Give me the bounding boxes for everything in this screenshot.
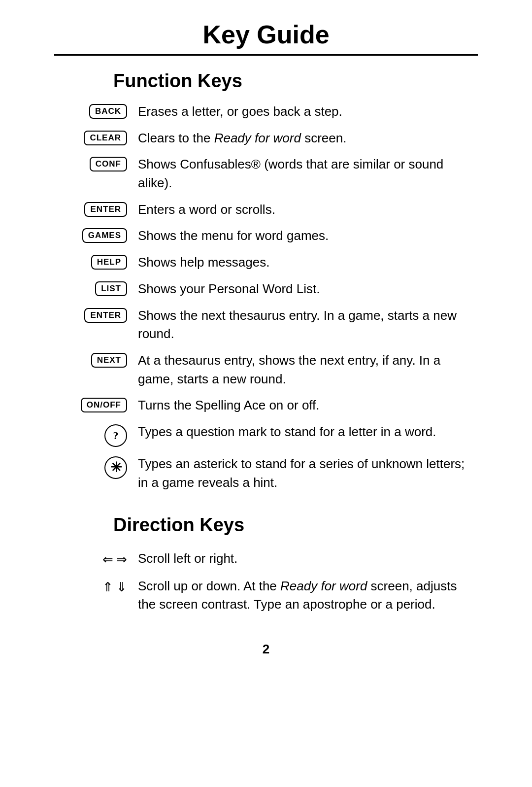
key-row-list: LIST Shows your Personal Word List. <box>54 280 478 299</box>
key-row-conf: CONF Shows Confusables® (words that are … <box>54 155 478 192</box>
key-desc-lr-arrows: Scroll left or right. <box>138 549 478 568</box>
key-desc-question: Types a question mark to stand for a let… <box>138 423 478 442</box>
key-desc-list: Shows your Personal Word List. <box>138 280 478 299</box>
key-badge-enter2: ENTER <box>84 308 127 323</box>
key-cell-enter1: ENTER <box>54 201 138 217</box>
key-row-ud-arrows: ⇑ ⇓ Scroll up or down. At the Ready for … <box>54 577 478 614</box>
key-cell-conf: CONF <box>54 155 138 171</box>
key-desc-enter1: Enters a word or scrolls. <box>138 201 478 219</box>
key-cell-onoff: ON/OFF <box>54 396 138 412</box>
key-cell-help: HELP <box>54 253 138 270</box>
key-desc-help: Shows help messages. <box>138 253 478 272</box>
up-down-arrows-icon: ⇑ ⇓ <box>102 579 127 596</box>
key-row-enter2: ENTER Shows the next thesaurus entry. In… <box>54 307 478 343</box>
function-keys-table: BACK Erases a letter, or goes back a ste… <box>54 103 478 500</box>
key-badge-onoff: ON/OFF <box>81 398 127 412</box>
key-cell-asterisk: ✳ <box>54 455 138 479</box>
key-badge-help: HELP <box>91 255 127 270</box>
left-arrow-icon: ⇐ <box>102 551 113 569</box>
key-cell-ud-arrows: ⇑ ⇓ <box>54 577 138 596</box>
key-badge-list: LIST <box>95 281 127 296</box>
title-divider <box>54 54 478 56</box>
key-cell-enter2: ENTER <box>54 307 138 323</box>
key-badge-enter1: ENTER <box>84 202 127 217</box>
key-badge-conf: CONF <box>90 157 127 171</box>
key-cell-lr-arrows: ⇐ ⇒ <box>54 549 138 569</box>
key-desc-clear: Clears to the Ready for word screen. <box>138 129 478 148</box>
key-badge-clear: CLEAR <box>84 131 127 145</box>
key-badge-back: BACK <box>89 104 127 119</box>
key-badge-next: NEXT <box>91 353 127 368</box>
page-title: Key Guide <box>202 20 329 49</box>
key-badge-games: GAMES <box>82 228 127 243</box>
key-row-next: NEXT At a thesaurus entry, shows the nex… <box>54 351 478 388</box>
direction-keys-table: ⇐ ⇒ Scroll left or right. ⇑ ⇓ Scroll up … <box>54 549 478 622</box>
key-row-onoff: ON/OFF Turns the Spelling Ace on or off. <box>54 396 478 415</box>
key-row-asterisk: ✳ Types an asterick to stand for a serie… <box>54 455 478 492</box>
key-cell-next: NEXT <box>54 351 138 368</box>
key-row-games: GAMES Shows the menu for word games. <box>54 227 478 245</box>
key-desc-ud-arrows: Scroll up or down. At the Ready for word… <box>138 577 478 614</box>
page-container: Key Guide Function Keys BACK Erases a le… <box>54 20 478 757</box>
down-arrow-icon: ⇓ <box>116 579 127 596</box>
key-cell-back: BACK <box>54 103 138 119</box>
section-title-function: Function Keys <box>113 70 242 92</box>
key-desc-games: Shows the menu for word games. <box>138 227 478 245</box>
up-arrow-icon: ⇑ <box>102 579 113 596</box>
key-desc-asterisk: Types an asterick to stand for a series … <box>138 455 478 492</box>
key-cell-list: LIST <box>54 280 138 296</box>
right-arrow-icon: ⇒ <box>116 551 127 569</box>
key-icon-question: ? <box>104 424 127 447</box>
page-number: 2 <box>263 642 269 657</box>
key-cell-clear: CLEAR <box>54 129 138 145</box>
key-row-clear: CLEAR Clears to the Ready for word scree… <box>54 129 478 148</box>
key-row-question: ? Types a question mark to stand for a l… <box>54 423 478 447</box>
key-desc-enter2: Shows the next thesaurus entry. In a gam… <box>138 307 478 343</box>
left-right-arrows-icon: ⇐ ⇒ <box>102 551 127 569</box>
section-title-direction: Direction Keys <box>113 514 244 536</box>
key-icon-asterisk: ✳ <box>104 456 127 479</box>
key-row-help: HELP Shows help messages. <box>54 253 478 272</box>
key-desc-next: At a thesaurus entry, shows the next ent… <box>138 351 478 388</box>
key-row-back: BACK Erases a letter, or goes back a ste… <box>54 103 478 121</box>
key-row-enter1: ENTER Enters a word or scrolls. <box>54 201 478 219</box>
key-desc-onoff: Turns the Spelling Ace on or off. <box>138 396 478 415</box>
key-cell-question: ? <box>54 423 138 447</box>
key-row-lr-arrows: ⇐ ⇒ Scroll left or right. <box>54 549 478 569</box>
key-cell-games: GAMES <box>54 227 138 243</box>
key-desc-back: Erases a letter, or goes back a step. <box>138 103 478 121</box>
key-desc-conf: Shows Confusables® (words that are simil… <box>138 155 478 192</box>
